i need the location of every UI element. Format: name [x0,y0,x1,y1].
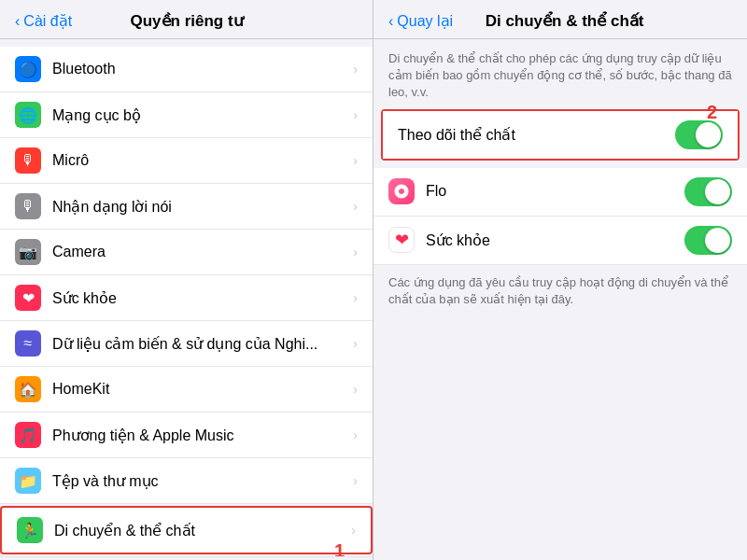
list-item-label-files: Tệp và thư mục [52,472,353,490]
app-row-health: ❤ Sức khỏe [374,217,747,265]
number-badge-2: 2 [707,102,717,123]
health-icon: ❤ [15,285,41,311]
motion-icon: 🏃 [17,517,43,543]
left-list: 🔵Bluetooth›🌐Mạng cục bộ›🎙Micrô›🎙Nhận dạn… [0,39,373,556]
main-toggle-switch[interactable] [675,120,723,149]
right-chevron-icon: ‹ [388,13,393,30]
list-item-label-health: Sức khỏe [52,289,353,307]
flo-icon [388,178,415,204]
apps-section: Flo ❤ Sức khỏe [374,168,747,265]
left-back-label: Cài đặt [23,12,72,30]
list-item-health[interactable]: ❤Sức khỏe› [0,275,373,321]
list-item-chevron-homekit: › [353,382,358,397]
list-item-label-wifi: Mạng cục bộ [52,106,353,124]
list-item-chevron-wifi: › [353,107,358,122]
list-item-homekit[interactable]: 🏠HomeKit› [0,367,373,413]
list-item-label-motion: Di chuyển & thể chất [54,522,351,539]
left-footer: Khi các ứng dụng yêu cầu truy cập, chúng… [0,556,373,560]
list-item-chevron-micro: › [353,153,358,168]
number-badge-1: 1 [334,540,345,556]
flo-label: Flo [426,183,684,200]
list-item-chevron-sensor: › [353,336,358,351]
list-item-label-sensor: Dữ liệu cảm biến & sử dụng của Nghi... [52,335,353,353]
main-toggle-label: Theo dõi thể chất [398,126,675,144]
list-item-chevron-files: › [353,473,358,488]
health-toggle[interactable] [684,226,732,255]
list-item-chevron-speech: › [353,199,358,214]
left-panel: ‹ Cài đặt Quyền riêng tư 🔵Bluetooth›🌐Mạn… [0,0,374,560]
list-item-sensor[interactable]: ≈Dữ liệu cảm biến & sử dụng của Nghi...› [0,321,373,367]
list-item-label-speech: Nhận dạng lời nói [52,198,353,216]
micro-icon: 🎙 [15,147,41,174]
left-header: ‹ Cài đặt Quyền riêng tư [0,0,373,39]
list-item-chevron-motion: › [351,523,356,538]
homekit-icon: 🏠 [15,376,41,402]
left-title: Quyền riêng tư [72,11,302,31]
list-item-camera[interactable]: 📷Camera› [0,230,373,275]
camera-icon: 📷 [15,239,41,265]
left-chevron-icon: ‹ [15,13,20,30]
list-item-label-music: Phương tiện & Apple Music [52,427,353,444]
list-item-label-homekit: HomeKit [52,381,353,398]
right-description: Di chuyển & thể chất cho phép các ứng dụ… [374,39,747,109]
left-back-button[interactable]: ‹ Cài đặt [15,12,72,30]
sensor-icon: ≈ [15,330,41,357]
right-back-label: Quay lại [397,12,453,30]
list-item-chevron-camera: › [353,245,358,259]
right-content: Di chuyển & thể chất cho phép các ứng dụ… [374,39,747,560]
health-icon: ❤ [388,227,415,253]
right-header: ‹ Quay lại Di chuyển & thể chất [374,0,747,39]
files-icon: 📁 [15,468,41,494]
list-item-bluetooth[interactable]: 🔵Bluetooth› [0,47,373,92]
right-back-button[interactable]: ‹ Quay lại [388,12,453,30]
left-list-wrapper: 🔵Bluetooth›🌐Mạng cục bộ›🎙Micrô›🎙Nhận dạn… [0,39,373,560]
wifi-icon: 🌐 [15,102,41,128]
right-panel: ‹ Quay lại Di chuyển & thể chất Di chuyể… [374,0,747,560]
main-toggle-row[interactable]: Theo dõi thể chất [383,111,738,159]
app-row-flo: Flo [374,168,747,217]
list-item-music[interactable]: 🎵Phương tiện & Apple Music› [0,413,373,458]
list-item-chevron-music: › [353,427,358,442]
bluetooth-icon: 🔵 [15,56,41,82]
main-toggle-section: Theo dõi thể chất [381,109,740,161]
list-item-micro[interactable]: 🎙Micrô› [0,138,373,184]
list-item-chevron-bluetooth: › [353,62,358,77]
speech-icon: 🎙 [15,193,41,219]
flo-toggle[interactable] [684,177,732,206]
list-item-label-bluetooth: Bluetooth [52,61,353,77]
right-footer-description: Các ứng dụng đã yêu cầu truy cập hoạt độ… [374,265,747,317]
list-item-label-micro: Micrô [52,152,353,169]
right-title: Di chuyển & thể chất [453,11,676,31]
list-item-files[interactable]: 📁Tệp và thư mục› [0,458,373,504]
music-icon: 🎵 [15,422,41,448]
list-item-label-camera: Camera [52,244,353,260]
list-item-speech[interactable]: 🎙Nhận dạng lời nói› [0,184,373,230]
list-item-motion[interactable]: 🏃Di chuyển & thể chất›1 [0,506,373,554]
health-label: Sức khỏe [426,231,684,249]
list-item-wifi[interactable]: 🌐Mạng cục bộ› [0,92,373,138]
list-item-chevron-health: › [353,290,358,305]
